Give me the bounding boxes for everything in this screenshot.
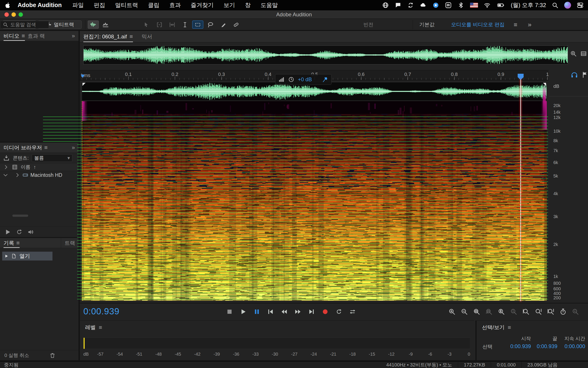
menu-item[interactable]: 편집: [94, 1, 105, 9]
heal-tool-button[interactable]: [231, 20, 242, 29]
chevron-right-icon[interactable]: [3, 164, 9, 170]
menubar-clock[interactable]: (월) 오후 7:32: [511, 1, 546, 9]
skip-end-button[interactable]: [305, 305, 318, 318]
fast-forward-button[interactable]: [291, 305, 305, 318]
display-settings-icon[interactable]: [580, 50, 587, 57]
selection-end-value[interactable]: 0:00.939: [529, 343, 557, 350]
spectral-display-toggle[interactable]: [100, 20, 111, 29]
panel-overflow-icon[interactable]: »: [72, 32, 75, 39]
slip-tool-button[interactable]: [154, 20, 165, 29]
brush-tool-button[interactable]: [218, 20, 229, 29]
wifi-icon[interactable]: [484, 2, 491, 9]
menu-item[interactable]: 즐겨찾기: [191, 1, 214, 9]
ibeam-tool-button[interactable]: [179, 20, 191, 29]
rewind-button[interactable]: [277, 305, 291, 318]
chevron-right-icon[interactable]: [15, 172, 20, 178]
record-button[interactable]: [318, 305, 332, 318]
panel-menu-icon[interactable]: ≡: [22, 32, 25, 39]
control-center-icon[interactable]: [577, 2, 584, 9]
horizontal-scrollbar[interactable]: [12, 215, 28, 217]
zoom-sel-right-button[interactable]: [532, 305, 544, 318]
pin-icon[interactable]: [322, 76, 328, 83]
input-source-icon[interactable]: [445, 2, 452, 9]
workspace-menu-icon[interactable]: ≡: [514, 22, 517, 28]
stretch-tool-button[interactable]: [167, 20, 178, 29]
zoom-in-time-button[interactable]: [446, 305, 458, 318]
loop-icon[interactable]: [16, 229, 23, 235]
panel-menu-icon[interactable]: ≡: [44, 144, 48, 151]
fade-in-handle[interactable]: [82, 83, 86, 86]
help-search-input[interactable]: 도움말 검색: [0, 21, 49, 28]
panel-overflow-icon[interactable]: »: [72, 144, 75, 151]
zoom-in-selection-button[interactable]: [471, 305, 483, 318]
panel-menu-icon[interactable]: ≡: [99, 324, 102, 331]
selection-start-value[interactable]: 0:00.939: [502, 343, 531, 350]
time-display[interactable]: 0:00.939: [83, 306, 120, 316]
hud-overlay[interactable]: +0 dB: [275, 74, 332, 85]
menu-item[interactable]: 클립: [148, 1, 159, 9]
chevron-down-icon[interactable]: [3, 172, 8, 178]
move-tool-button[interactable]: [141, 20, 152, 29]
waveform-display[interactable]: [82, 82, 547, 101]
timer-button[interactable]: [557, 305, 569, 318]
meet-icon[interactable]: [432, 2, 439, 9]
panel-menu-icon[interactable]: ≡: [129, 33, 133, 40]
history-item-open[interactable]: 열기: [2, 252, 53, 260]
zoom-reset-button[interactable]: [569, 305, 582, 318]
workspace-item-default[interactable]: 기본값: [419, 19, 435, 30]
tab-effects-rack[interactable]: 효과 랙: [27, 31, 45, 41]
lasso-tool-button[interactable]: [205, 20, 216, 29]
zoom-out-time-button[interactable]: [458, 305, 471, 318]
level-meter[interactable]: [83, 338, 471, 349]
tree-row-macintosh-hd[interactable]: Macintosh HD: [0, 171, 79, 179]
skip-start-button[interactable]: [264, 305, 277, 318]
zoom-amp-in-button[interactable]: [495, 305, 508, 318]
zoom-out-selection-button[interactable]: [483, 305, 495, 318]
battery-icon[interactable]: [496, 2, 505, 9]
tab-editor-file[interactable]: 편집기: 0608_1.aif ≡: [83, 31, 133, 42]
menu-item[interactable]: 도움말: [261, 1, 278, 9]
spotlight-search-icon[interactable]: [552, 2, 558, 9]
menubar-app-name[interactable]: Adobe Audition: [18, 2, 62, 9]
frequency-scale[interactable]: 20k14k12k10k8k7k6k5k4k3k2k1k800600400200: [549, 101, 588, 301]
tab-video[interactable]: 비디오 ≡: [4, 31, 25, 41]
zoom-sel-left-button[interactable]: [520, 305, 532, 318]
us-flag-icon[interactable]: [470, 3, 478, 8]
menu-item[interactable]: 멀티트랙: [115, 1, 138, 9]
spectrogram-canvas[interactable]: [82, 101, 547, 301]
spectral-frequency-display[interactable]: [82, 101, 547, 301]
menu-item[interactable]: 보기: [224, 1, 235, 9]
preview-play-icon[interactable]: [4, 229, 11, 235]
chat-icon[interactable]: [395, 2, 402, 9]
trash-icon[interactable]: [49, 352, 56, 359]
waveform-display-toggle[interactable]: [88, 20, 99, 29]
skip-selection-button[interactable]: [346, 305, 359, 318]
playhead-line[interactable]: [520, 80, 521, 301]
headphones-icon[interactable]: [570, 71, 578, 79]
menu-item[interactable]: 창: [245, 1, 251, 9]
play-button[interactable]: [236, 305, 250, 318]
selection-view-title[interactable]: 선택/보기: [482, 324, 505, 331]
apple-menu-icon[interactable]: [4, 2, 11, 9]
tab-history[interactable]: 기록 ≡: [4, 238, 20, 248]
name-column-header[interactable]: 이름: [21, 164, 30, 170]
workspace-item-active[interactable]: 오디오를 비디오로 편집: [451, 19, 505, 30]
zoom-amp-out-button[interactable]: [508, 305, 520, 318]
cloud-icon[interactable]: [420, 2, 427, 9]
menu-item[interactable]: 효과: [169, 1, 181, 9]
marker-flag-icon[interactable]: [581, 71, 588, 79]
tab-media-browser[interactable]: 미디어 브라우저 ≡: [4, 143, 48, 153]
siri-icon[interactable]: [564, 2, 571, 9]
menu-item[interactable]: 파일: [72, 1, 84, 9]
globe-icon[interactable]: [382, 2, 389, 9]
bluetooth-icon[interactable]: [457, 2, 464, 9]
overview-waveform-canvas[interactable]: [84, 46, 568, 64]
waveform-overview[interactable]: [83, 46, 568, 64]
video-panel-content[interactable]: [0, 41, 79, 142]
marquee-tool-button[interactable]: [192, 20, 203, 29]
panel-menu-icon[interactable]: ≡: [508, 324, 511, 331]
sync-icon[interactable]: [407, 2, 414, 9]
stop-button[interactable]: [223, 305, 236, 318]
import-icon[interactable]: [3, 155, 10, 161]
tab-track[interactable]: 트랙: [61, 238, 75, 248]
